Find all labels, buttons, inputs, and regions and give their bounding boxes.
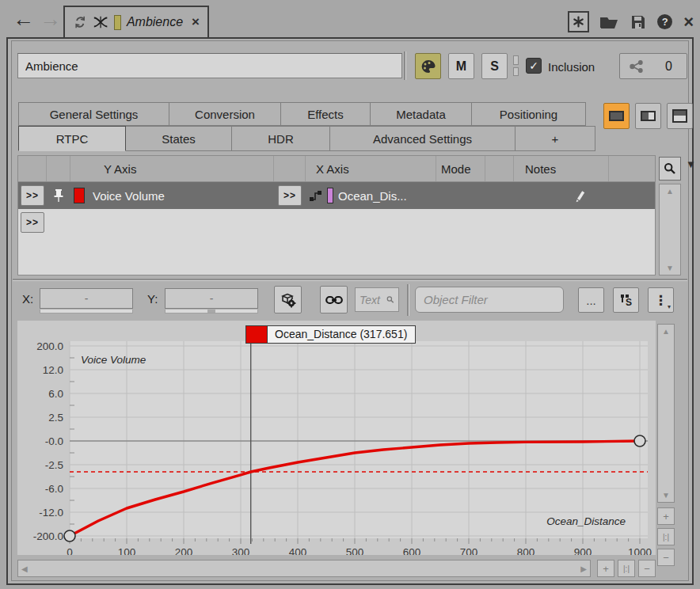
- rtpc-curve-editor[interactable]: 01002003004005006007008009001000200.012.…: [17, 321, 656, 555]
- header-x-axis[interactable]: X Axis: [306, 156, 436, 181]
- scroll-right-icon[interactable]: ▶: [580, 564, 587, 573]
- svg-text:500: 500: [346, 546, 364, 555]
- keep-open-button[interactable]: [568, 11, 589, 32]
- curve-chart[interactable]: 01002003004005006007008009001000200.012.…: [17, 321, 656, 555]
- scroll-down-icon[interactable]: ▼: [662, 491, 670, 500]
- share-references-icon: [630, 60, 644, 73]
- tab-add[interactable]: +: [515, 126, 595, 151]
- tab-metadata[interactable]: Metadata: [370, 102, 472, 126]
- svg-text:400: 400: [289, 546, 307, 555]
- y-param-name: Voice Volume: [93, 189, 165, 203]
- text-search-input[interactable]: [360, 294, 386, 306]
- zoom-in-vertical-button[interactable]: +: [657, 507, 675, 525]
- x-param-swatch: [327, 188, 333, 203]
- menu-caret-icon: ▾: [668, 303, 671, 310]
- pin-icon[interactable]: [52, 188, 65, 203]
- scroll-up-icon[interactable]: ▲: [666, 187, 674, 196]
- rtpc-row-empty[interactable]: >>: [18, 209, 655, 236]
- edit-notes-pencil-icon[interactable]: [573, 188, 586, 203]
- forward-arrow-icon[interactable]: →: [40, 7, 61, 31]
- tab-rtpc[interactable]: RTPC: [18, 126, 126, 151]
- primary-tab-bar: General Settings Conversion Effects Meta…: [19, 102, 586, 126]
- sync-recycle-icon: [73, 14, 87, 30]
- header-mode[interactable]: Mode: [436, 156, 485, 181]
- y-coord-field[interactable]: -: [165, 288, 258, 309]
- x-coord-field[interactable]: -: [40, 288, 133, 309]
- svg-text:Voice Volume: Voice Volume: [81, 354, 146, 366]
- tab-close-icon[interactable]: ×: [192, 14, 200, 30]
- text-search-field[interactable]: [355, 287, 399, 312]
- svg-text:200.0: 200.0: [36, 340, 63, 352]
- svg-text:-200.0: -200.0: [33, 530, 63, 542]
- tab-positioning[interactable]: Positioning: [471, 102, 586, 126]
- object-gear-icon: [280, 292, 296, 308]
- references-button[interactable]: 0: [619, 53, 687, 79]
- view-split-horizontal-button[interactable]: [667, 103, 693, 129]
- table-filter-icon[interactable]: ▼: [686, 158, 696, 170]
- mute-button[interactable]: M: [448, 53, 474, 79]
- splitter-grip[interactable]: [513, 55, 519, 76]
- single-pane-icon: [609, 111, 624, 121]
- view-split-vertical-button[interactable]: [635, 103, 661, 129]
- inclusion-checkbox[interactable]: ✓: [526, 58, 542, 74]
- scroll-up-icon[interactable]: ▲: [662, 327, 670, 336]
- add-rtpc-button[interactable]: >>: [21, 212, 44, 233]
- expand-y-button[interactable]: >>: [21, 185, 44, 206]
- tab-advanced-settings[interactable]: Advanced Settings: [329, 126, 515, 151]
- header-y-axis[interactable]: Y Axis: [70, 156, 274, 181]
- y-param-swatch: [74, 188, 85, 203]
- chart-vertical-scrollbar[interactable]: ▲ ▼: [657, 324, 675, 503]
- tab-general-settings[interactable]: General Settings: [18, 102, 169, 126]
- rtpc-table-header: Y Axis X Axis Mode Notes: [18, 156, 655, 182]
- tab-states[interactable]: States: [125, 126, 232, 151]
- split-horizontal-icon: [672, 109, 687, 123]
- tab-hdr[interactable]: HDR: [231, 126, 330, 151]
- solo-button[interactable]: S: [481, 53, 508, 79]
- table-search-button[interactable]: [659, 157, 681, 180]
- expand-x-button[interactable]: >>: [278, 185, 302, 206]
- object-name-input[interactable]: [17, 53, 402, 78]
- follow-object-button[interactable]: [274, 286, 302, 314]
- zoom-out-horizontal-button[interactable]: −: [638, 560, 656, 577]
- scroll-down-icon[interactable]: ▼: [666, 264, 674, 272]
- window-close-icon[interactable]: ×: [683, 14, 694, 30]
- svg-text:600: 600: [403, 546, 421, 555]
- save-icon[interactable]: [630, 14, 646, 30]
- object-filter-field[interactable]: [415, 287, 564, 313]
- zoom-fit-vertical-button[interactable]: |:|: [657, 528, 675, 545]
- show-bindings-button[interactable]: S: [613, 287, 639, 313]
- menu-button[interactable]: ⋮ ▾: [648, 287, 674, 313]
- legend-swatch: [246, 326, 268, 343]
- object-filter-input[interactable]: [424, 293, 581, 306]
- help-icon[interactable]: ?: [657, 14, 672, 29]
- divider: [407, 284, 409, 316]
- view-single-pane-button[interactable]: [603, 103, 630, 129]
- link-icon: [325, 295, 343, 305]
- color-picker-button[interactable]: [415, 53, 441, 79]
- curve-s-icon: S: [619, 293, 633, 307]
- x-coord-slider[interactable]: [40, 310, 133, 314]
- x-coord-label: X:: [22, 292, 33, 306]
- zoom-fit-horizontal-button[interactable]: |:|: [618, 560, 635, 577]
- rtpc-row-voice-volume[interactable]: >> Voice Volume >>: [18, 182, 655, 209]
- table-scrollbar[interactable]: ▲ ▼: [659, 184, 681, 276]
- more-options-button[interactable]: ...: [578, 287, 604, 313]
- svg-text:12.0: 12.0: [43, 364, 63, 376]
- y-coord-slider[interactable]: [165, 310, 258, 314]
- rtpc-table: Y Axis X Axis Mode Notes >>: [17, 155, 656, 276]
- tab-conversion[interactable]: Conversion: [169, 102, 281, 126]
- split-vertical-icon: [641, 111, 656, 121]
- svg-text:200: 200: [175, 546, 193, 555]
- zoom-in-horizontal-button[interactable]: +: [597, 560, 614, 577]
- back-arrow-icon[interactable]: ←: [13, 7, 34, 31]
- scroll-left-icon[interactable]: ◀: [21, 564, 28, 573]
- header-notes[interactable]: Notes: [514, 156, 609, 181]
- tab-effects[interactable]: Effects: [280, 102, 371, 126]
- svg-text:900: 900: [574, 546, 592, 555]
- link-button[interactable]: [320, 286, 348, 314]
- open-folder-icon[interactable]: [600, 14, 619, 30]
- zoom-out-vertical-button[interactable]: −: [657, 549, 675, 566]
- document-tab[interactable]: Ambience ×: [63, 6, 209, 37]
- pane-splitter[interactable]: [13, 279, 687, 280]
- chart-horizontal-scrollbar[interactable]: ◀ ▶: [17, 560, 591, 577]
